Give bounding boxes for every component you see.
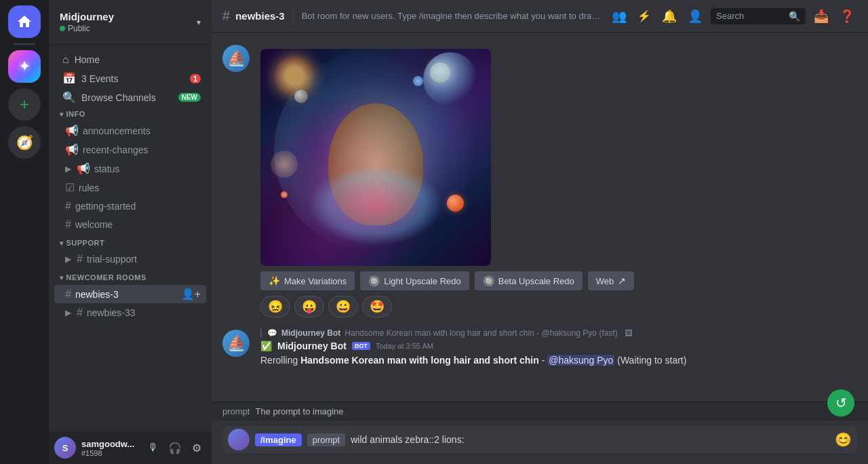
category-newcomer-rooms-arrow: ▾	[60, 274, 64, 282]
dash-separator: -	[542, 355, 548, 366]
category-support-header[interactable]: ▾ SUPPORT	[49, 236, 212, 250]
message-input[interactable]	[351, 434, 829, 445]
headphones-button[interactable]: 🎧	[165, 438, 184, 457]
inbox-button[interactable]: 📥	[811, 6, 831, 26]
midjourney-bot-avatar-1: ⛵	[222, 45, 250, 72]
reaction-btn-1[interactable]: 😖	[260, 296, 290, 317]
add-server-button[interactable]: +	[8, 88, 41, 121]
category-support-label: SUPPORT	[66, 239, 105, 247]
browse-channels-label: Browse Channels	[81, 92, 156, 103]
message-input-wrapper: /imagine prompt 😊	[222, 426, 857, 453]
user-controls: 🎙 🎧 ⚙	[144, 438, 206, 457]
user-mention[interactable]: @haksung Pyo	[547, 355, 614, 366]
prompt-area: prompt The prompt to imagine	[212, 402, 868, 421]
make-variations-button[interactable]: ✨ Make Variations	[260, 271, 355, 290]
server-dropdown-arrow: ▾	[197, 18, 201, 27]
verified-checkmark-icon: ✅	[260, 341, 272, 351]
rerolling-text: Rerolling	[260, 355, 300, 366]
trial-support-expand: ▶	[65, 254, 71, 264]
rules-channel-icon: ☑	[65, 181, 75, 194]
ref-camera-icon: 🖼	[625, 328, 633, 338]
header-divider	[293, 8, 294, 24]
channel-recent-changes-label: recent-changes	[83, 144, 149, 155]
user-tag-display: #1598	[81, 449, 138, 457]
make-variations-icon: ✨	[269, 275, 280, 286]
server-header[interactable]: Midjourney Public ▾	[49, 0, 212, 45]
search-bar[interactable]: 🔍	[711, 8, 806, 24]
nav-item-home[interactable]: ⌂ Home	[54, 51, 206, 69]
web-button-label: Web	[596, 276, 614, 286]
channel-status[interactable]: ▶ 📢 status	[54, 159, 206, 178]
channel-trial-support[interactable]: ▶ # trial-support	[54, 250, 206, 268]
prompt-label: prompt	[222, 406, 250, 417]
channel-hash-icon: #	[222, 8, 230, 24]
midjourney-bot-avatar-2: ⛵	[222, 330, 250, 357]
welcome-channel-icon: #	[65, 218, 71, 231]
getting-started-channel-icon: #	[65, 200, 71, 212]
category-newcomer-rooms-header[interactable]: ▾ NEWCOMER ROOMS	[49, 271, 212, 284]
channel-newbies-3[interactable]: # newbies-3 👤+	[54, 285, 206, 303]
status-indicator	[60, 26, 65, 31]
members-button[interactable]: 👥	[609, 6, 629, 26]
nav-item-home-label: Home	[75, 54, 100, 65]
channel-newbies-33[interactable]: ▶ # newbies-33	[54, 304, 206, 322]
reroll-button[interactable]: ↺	[827, 389, 854, 417]
reaction-btn-4[interactable]: 🤩	[362, 296, 392, 317]
prompt-line: prompt The prompt to imagine	[222, 406, 857, 417]
notification-bell[interactable]: 🔔	[659, 6, 679, 26]
recent-changes-channel-icon: 📢	[65, 143, 79, 156]
light-upscale-redo-button[interactable]: 🔘 Light Upscale Redo	[360, 271, 469, 290]
light-upscale-redo-icon: 🔘	[368, 275, 380, 286]
bolt-button[interactable]: ⚡	[635, 7, 654, 25]
slash-command-tag: /imagine	[255, 433, 302, 446]
user-avatar: S	[54, 437, 76, 459]
message-content-2: 💬 Midjourney Bot Handsome Korean man wit…	[260, 328, 857, 368]
discover-servers-button[interactable]: 🧭	[8, 126, 41, 159]
announcements-channel-icon: 📢	[65, 124, 79, 137]
message-group-1: ⛵	[222, 43, 857, 317]
help-button[interactable]: ❓	[837, 6, 857, 26]
message-content-1: ✨ Make Variations 🔘 Light Upscale Redo 🔘…	[260, 43, 857, 317]
emoji-picker-button[interactable]: 😊	[835, 431, 852, 448]
browse-channels-badge: NEW	[178, 93, 201, 102]
beta-upscale-redo-button[interactable]: 🔘 Beta Upscale Redo	[475, 271, 583, 290]
reaction-btn-2[interactable]: 😛	[294, 296, 324, 317]
members-list-button[interactable]: 👤	[685, 6, 705, 26]
ref-author-icon: 💬	[267, 328, 277, 338]
referred-message: 💬 Midjourney Bot Handsome Korean man wit…	[260, 328, 857, 338]
prompt-placeholder-text: The prompt to imagine	[255, 406, 343, 417]
newbies-3-icon: #	[65, 288, 71, 301]
search-icon: 🔍	[789, 11, 800, 22]
channel-header: # newbies-3 Bot room for new users. Type…	[212, 0, 868, 33]
nav-item-events[interactable]: 📅 3 Events 1	[54, 69, 206, 88]
category-info-header[interactable]: ▾ INFO	[49, 107, 212, 121]
channel-trial-support-label: trial-support	[87, 254, 137, 265]
message-text-2: Rerolling Handsome Korean man with long …	[260, 354, 857, 368]
server-sidebar: ✦ + 🧭	[0, 0, 49, 464]
server-name: Midjourney	[60, 11, 114, 22]
newbies-3-add-member-icon[interactable]: 👤+	[181, 288, 201, 301]
settings-button[interactable]: ⚙	[187, 438, 206, 457]
channel-rules[interactable]: ☑ rules	[54, 178, 206, 197]
web-button[interactable]: Web ↗	[588, 271, 635, 290]
ai-generated-image	[260, 49, 491, 266]
reaction-btn-3[interactable]: 😀	[328, 296, 358, 317]
web-link-icon: ↗	[618, 275, 626, 286]
microphone-button[interactable]: 🎙	[144, 438, 163, 457]
search-input[interactable]	[716, 11, 786, 21]
nav-item-browse-channels[interactable]: 🔍 Browse Channels NEW	[54, 88, 206, 107]
header-tools: 👥 ⚡ 🔔 👤 🔍 📥 ❓	[609, 6, 857, 26]
beta-upscale-redo-icon: 🔘	[483, 275, 494, 286]
channel-announcements[interactable]: 📢 announcements	[54, 121, 206, 140]
channel-list: ⌂ Home 📅 3 Events 1 🔍 Browse Channels NE…	[49, 45, 212, 431]
category-newcomer-rooms: ▾ NEWCOMER ROOMS # newbies-3 👤+ ▶ # newb…	[49, 271, 212, 322]
home-server-icon[interactable]	[8, 5, 41, 38]
channel-getting-started[interactable]: # getting-started	[54, 197, 206, 215]
midjourney-server-icon[interactable]: ✦	[8, 50, 41, 83]
channel-welcome-label: welcome	[75, 219, 113, 230]
channel-welcome[interactable]: # welcome	[54, 216, 206, 233]
channel-recent-changes[interactable]: 📢 recent-changes	[54, 140, 206, 159]
main-content: # newbies-3 Bot room for new users. Type…	[212, 0, 868, 464]
newbies-33-expand: ▶	[65, 308, 71, 317]
trial-support-icon: #	[77, 253, 83, 265]
